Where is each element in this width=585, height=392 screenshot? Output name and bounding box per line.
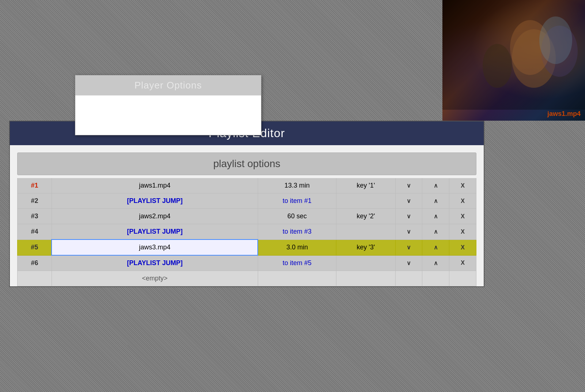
playlist-editor-body: playlist options #1 jaws1.mp4 13.3 min k…: [10, 145, 484, 286]
filename-cell[interactable]: [PLAYLIST JUMP]: [52, 224, 258, 240]
move-up-button[interactable]: ∧: [422, 255, 449, 271]
playlist-table: #1 jaws1.mp4 13.3 min key '1' ∨ ∧ X #2 […: [17, 178, 476, 286]
filename-cell[interactable]: [PLAYLIST JUMP]: [52, 255, 258, 271]
playlist-options-label: playlist options: [213, 158, 280, 169]
row-number: #6: [18, 255, 52, 271]
remove-button[interactable]: X: [449, 193, 476, 209]
row-number: #4: [18, 224, 52, 240]
remove-button[interactable]: X: [449, 224, 476, 240]
empty-btn1: [395, 271, 422, 286]
move-up-button[interactable]: ∧: [422, 224, 449, 240]
duration-cell: 13.3 min: [258, 178, 336, 193]
player-options-title-bar: Player Options: [75, 75, 261, 95]
key-cell: [336, 255, 395, 271]
table-row: #3 jaws2.mp4 60 sec key '2' ∨ ∧ X: [18, 209, 476, 224]
empty-filename-cell: <empty>: [52, 271, 258, 286]
row-number: #1: [18, 178, 52, 193]
move-down-button[interactable]: ∨: [395, 178, 422, 193]
remove-button[interactable]: X: [449, 240, 476, 255]
table-row: #6 [PLAYLIST JUMP] to item #5 ∨ ∧ X: [18, 255, 476, 271]
player-options-dialog: Player Options: [75, 75, 261, 135]
playlist-editor: Playlist Editor playlist options #1 jaws…: [9, 121, 484, 287]
filename-cell[interactable]: jaws3.mp4: [52, 240, 258, 255]
table-row-empty: <empty>: [18, 271, 476, 286]
key-cell: key '3': [336, 240, 395, 255]
empty-duration: [258, 271, 336, 286]
table-row-selected: #5 jaws3.mp4 3.0 min key '3' ∨ ∧ X: [18, 240, 476, 255]
duration-cell: to item #5: [258, 255, 336, 271]
move-down-button[interactable]: ∨: [395, 193, 422, 209]
duration-cell: to item #1: [258, 193, 336, 209]
key-cell: key '2': [336, 209, 395, 224]
table-row: #1 jaws1.mp4 13.3 min key '1' ∨ ∧ X: [18, 178, 476, 193]
player-options-title: Player Options: [135, 80, 202, 91]
video-thumbnail: jaws1.mp4: [442, 0, 585, 121]
move-down-button[interactable]: ∨: [395, 240, 422, 255]
row-number: #2: [18, 193, 52, 209]
empty-row-num: [18, 271, 52, 286]
remove-button[interactable]: X: [449, 209, 476, 224]
key-cell: key '1': [336, 178, 395, 193]
row-number: #3: [18, 209, 52, 224]
row-number: #5: [18, 240, 52, 255]
move-up-button[interactable]: ∧: [422, 240, 449, 255]
remove-button[interactable]: X: [449, 255, 476, 271]
filename-cell[interactable]: jaws1.mp4: [52, 178, 258, 193]
key-cell: [336, 193, 395, 209]
move-up-button[interactable]: ∧: [422, 178, 449, 193]
remove-button[interactable]: X: [449, 178, 476, 193]
video-content: [442, 0, 585, 110]
svg-point-5: [539, 16, 572, 64]
move-down-button[interactable]: ∨: [395, 255, 422, 271]
duration-cell: 3.0 min: [258, 240, 336, 255]
move-up-button[interactable]: ∧: [422, 209, 449, 224]
duration-cell: to item #3: [258, 224, 336, 240]
move-down-button[interactable]: ∨: [395, 209, 422, 224]
table-row: #2 [PLAYLIST JUMP] to item #1 ∨ ∧ X: [18, 193, 476, 209]
empty-btn3: [449, 271, 476, 286]
empty-btn2: [422, 271, 449, 286]
filename-cell[interactable]: jaws2.mp4: [52, 209, 258, 224]
key-cell: [336, 224, 395, 240]
move-down-button[interactable]: ∨: [395, 224, 422, 240]
move-up-button[interactable]: ∧: [422, 193, 449, 209]
filename-cell[interactable]: [PLAYLIST JUMP]: [52, 193, 258, 209]
empty-key: [336, 271, 395, 286]
player-options-body: [75, 95, 261, 135]
playlist-options-bar: playlist options: [17, 152, 476, 175]
duration-cell: 60 sec: [258, 209, 336, 224]
table-row: #4 [PLAYLIST JUMP] to item #3 ∨ ∧ X: [18, 224, 476, 240]
video-filename: jaws1.mp4: [442, 110, 585, 118]
